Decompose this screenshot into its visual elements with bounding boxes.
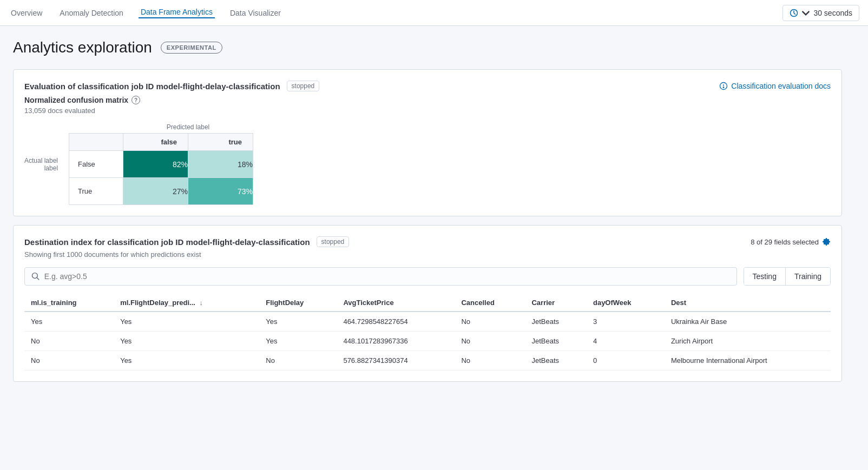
fields-selected-info: 8 of 29 fields selected — [751, 237, 831, 246]
fields-selected-text: 8 of 29 fields selected — [751, 238, 819, 246]
matrix-header-false: false — [123, 134, 188, 151]
matrix-row-false: False 82% 18% — [69, 151, 253, 178]
col-header-flight-delay: FlightDelay — [259, 294, 337, 312]
testing-toggle-button[interactable]: Testing — [744, 268, 786, 285]
cell-dest: Ukrainka Air Base — [665, 312, 831, 332]
sort-icon: ↓ — [199, 299, 203, 307]
destination-card-header: Destination index for classification job… — [24, 236, 831, 247]
cell-cancelled: No — [455, 312, 525, 332]
matrix-row-true: True 27% 73% — [69, 178, 253, 205]
page-title-row: Analytics exploration EXPERIMENTAL — [13, 39, 842, 56]
cell-ml-flight-delay-pred: Yes — [114, 312, 259, 332]
cell-ml-flight-delay-pred: Yes — [114, 351, 259, 370]
cell-cancelled: No — [455, 332, 525, 351]
gear-icon[interactable] — [822, 237, 831, 246]
nav-overview[interactable]: Overview — [9, 9, 44, 17]
svg-line-5 — [37, 277, 38, 279]
evaluation-card-title: Evaluation of classification job ID mode… — [24, 82, 280, 91]
cell-ml-is-training: Yes — [24, 312, 114, 332]
destination-title-row: Destination index for classification job… — [24, 236, 349, 247]
confusion-matrix-title: Normalized confusion matrix ? — [24, 96, 831, 104]
cell-day-of-week: 3 — [587, 312, 665, 332]
matrix-predicted-label: Predicted label — [123, 123, 253, 131]
main-content: Analytics exploration EXPERIMENTAL Evalu… — [0, 26, 855, 403]
col-header-day-of-week: dayOfWeek — [587, 294, 665, 312]
cell-ml-flight-delay-pred: Yes — [114, 332, 259, 351]
evaluation-card: Evaluation of classification job ID mode… — [13, 69, 842, 216]
cell-dest: Zurich Airport — [665, 332, 831, 351]
confusion-matrix-table: false true False 82% 18% True 27% — [69, 133, 253, 205]
matrix-wrapper: Predicted label false true False 82% — [69, 123, 253, 205]
search-toggle-row: Testing Training — [24, 267, 831, 286]
table-container: ml.is_training ml.FlightDelay_predi... ↓… — [24, 294, 831, 370]
col-header-carrier: Carrier — [525, 294, 587, 312]
cell-ml-is-training: No — [24, 351, 114, 370]
matrix-row-label-false: False — [69, 151, 123, 178]
destination-status-badge: stopped — [317, 236, 350, 247]
cell-carrier: JetBeats — [525, 332, 587, 351]
table-row: Yes Yes Yes 464.7298548227654 No JetBeat… — [24, 312, 831, 332]
showing-text: Showing first 1000 documents for which p… — [24, 250, 831, 259]
table-header-row: ml.is_training ml.FlightDelay_predi... ↓… — [24, 294, 831, 312]
confusion-matrix-container: Actual label label Predicted label false… — [24, 123, 831, 205]
destination-index-card: Destination index for classification job… — [13, 225, 842, 382]
cell-avg-ticket-price: 464.7298548227654 — [337, 312, 455, 332]
top-navigation: Overview Anomaly Detection Data Frame An… — [0, 0, 868, 26]
time-control-label: 30 seconds — [813, 9, 852, 17]
col-header-avg-ticket-price: AvgTicketPrice — [337, 294, 455, 312]
nav-data-frame-analytics[interactable]: Data Frame Analytics — [139, 8, 215, 18]
cell-flight-delay: Yes — [259, 312, 337, 332]
testing-training-toggle: Testing Training — [744, 267, 831, 286]
experimental-badge: EXPERIMENTAL — [161, 42, 222, 54]
svg-point-3 — [724, 87, 725, 88]
search-input[interactable] — [44, 272, 730, 281]
col-header-ml-flight-delay-pred: ml.FlightDelay_predi... ↓ — [114, 294, 259, 312]
search-box[interactable] — [24, 267, 737, 286]
cell-avg-ticket-price: 448.1017283967336 — [337, 332, 455, 351]
page-title: Analytics exploration — [13, 39, 152, 56]
time-control[interactable]: 30 seconds — [782, 5, 859, 21]
cell-dest: Melbourne International Airport — [665, 351, 831, 370]
matrix-row-label-true: True — [69, 178, 123, 205]
matrix-cell-false-true: 18% — [188, 151, 253, 178]
col-header-ml-is-training: ml.is_training — [24, 294, 114, 312]
col-header-cancelled: Cancelled — [455, 294, 525, 312]
clock-icon — [790, 9, 798, 17]
cell-day-of-week: 0 — [587, 351, 665, 370]
search-icon — [31, 272, 40, 281]
cell-flight-delay: No — [259, 351, 337, 370]
col-header-dest: Dest — [665, 294, 831, 312]
evaluation-card-header: Evaluation of classification job ID mode… — [24, 81, 831, 91]
cell-day-of-week: 4 — [587, 332, 665, 351]
cell-carrier: JetBeats — [525, 351, 587, 370]
matrix-header-empty — [69, 134, 123, 151]
destination-card-title: Destination index for classification job… — [24, 237, 310, 247]
matrix-cell-true-false: 27% — [123, 178, 188, 205]
help-icon[interactable]: ? — [131, 96, 140, 104]
cell-ml-is-training: No — [24, 332, 114, 351]
table-row: No Yes No 576.8827341390374 No JetBeats … — [24, 351, 831, 370]
training-toggle-button[interactable]: Training — [786, 268, 830, 285]
evaluation-status-badge: stopped — [287, 81, 320, 91]
matrix-actual-label: Actual label label — [24, 157, 62, 172]
nav-data-visualizer[interactable]: Data Visualizer — [228, 9, 283, 17]
table-row: No Yes Yes 448.1017283967336 No JetBeats… — [24, 332, 831, 351]
data-table: ml.is_training ml.FlightDelay_predi... ↓… — [24, 294, 831, 370]
cell-cancelled: No — [455, 351, 525, 370]
cell-carrier: JetBeats — [525, 312, 587, 332]
classification-eval-docs-label: Classification evaluation docs — [731, 82, 831, 90]
classification-eval-docs-link[interactable]: Classification evaluation docs — [719, 82, 831, 90]
matrix-cell-false-false: 82% — [123, 151, 188, 178]
matrix-cell-true-true: 73% — [188, 178, 253, 205]
evaluation-title-row: Evaluation of classification job ID mode… — [24, 81, 319, 91]
chevron-down-icon — [801, 9, 810, 17]
matrix-header-true: true — [188, 134, 253, 151]
cell-avg-ticket-price: 576.8827341390374 — [337, 351, 455, 370]
nav-anomaly-detection[interactable]: Anomaly Detection — [57, 9, 126, 17]
book-icon — [719, 82, 728, 90]
docs-count: 13,059 docs evaluated — [24, 107, 831, 115]
cell-flight-delay: Yes — [259, 332, 337, 351]
